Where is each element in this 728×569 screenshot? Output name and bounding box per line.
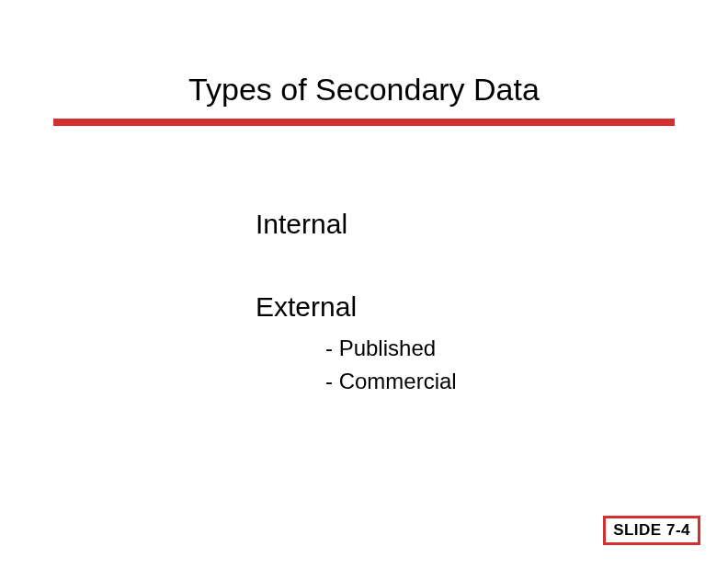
- title-underline: [53, 119, 675, 126]
- sub-bullets: - Published - Commercial: [256, 336, 728, 394]
- bullet-internal: Internal: [256, 209, 728, 240]
- bullet-external: External: [256, 291, 728, 323]
- slide-title: Types of Secondary Data: [0, 0, 728, 119]
- slide-number-label: SLIDE 7-4: [613, 521, 690, 539]
- sub-bullet-commercial: - Commercial: [325, 369, 728, 394]
- slide-content: Internal External - Published - Commerci…: [0, 126, 728, 394]
- slide-number-box: SLIDE 7-4: [603, 516, 700, 545]
- sub-bullet-published: - Published: [325, 336, 728, 361]
